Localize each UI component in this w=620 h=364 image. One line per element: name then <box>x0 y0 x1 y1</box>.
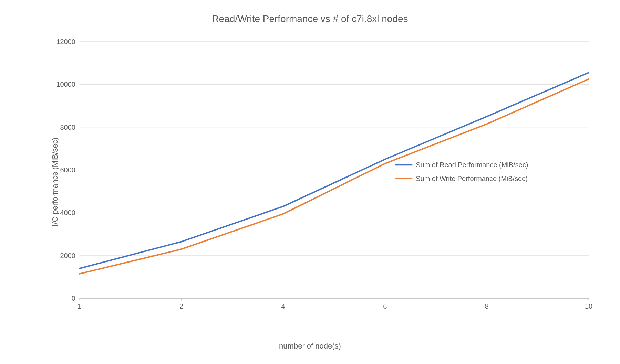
gridlines <box>80 42 589 300</box>
x-tick-label: 1 <box>78 302 81 310</box>
legend-label: Sum of Write Performance (MiB/sec) <box>416 175 528 182</box>
y-tick-label: 4000 <box>60 209 75 216</box>
chart-frame: Read/Write Performance vs # of c7i.8xl n… <box>7 7 613 357</box>
plot-svg: 020004000600080001000012000 1246810 Sum … <box>55 35 599 319</box>
x-tick-label: 8 <box>485 302 489 310</box>
series-line-0 <box>80 73 589 268</box>
x-tick-label: 6 <box>383 302 387 310</box>
chart-title: Read/Write Performance vs # of c7i.8xl n… <box>7 13 613 24</box>
x-axis-label: number of node(s) <box>7 342 613 351</box>
legend: Sum of Read Performance (MiB/sec)Sum of … <box>395 161 528 182</box>
y-tick-label: 0 <box>72 295 75 302</box>
y-tick-label: 10000 <box>56 81 75 88</box>
y-tick-label: 6000 <box>60 166 75 174</box>
plot-area: 020004000600080001000012000 1246810 Sum … <box>55 35 599 319</box>
chart-container: Read/Write Performance vs # of c7i.8xl n… <box>0 0 620 364</box>
series-lines <box>80 73 589 274</box>
x-tick-labels: 1246810 <box>78 302 592 310</box>
x-tick-label: 2 <box>179 302 183 310</box>
y-tick-label: 2000 <box>60 252 75 259</box>
legend-label: Sum of Read Performance (MiB/sec) <box>416 161 528 169</box>
x-tick-label: 10 <box>585 302 592 310</box>
y-tick-label: 12000 <box>56 38 75 45</box>
x-tick-label: 4 <box>281 302 285 310</box>
y-tick-labels: 020004000600080001000012000 <box>56 38 75 302</box>
y-tick-label: 8000 <box>60 124 75 131</box>
